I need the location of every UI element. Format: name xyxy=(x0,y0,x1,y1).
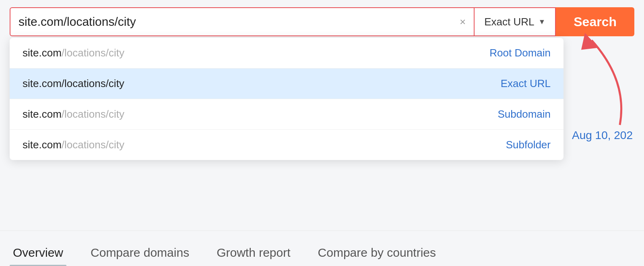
tab-growth-report[interactable]: Growth report xyxy=(213,246,293,266)
clear-icon[interactable]: × xyxy=(460,16,466,28)
url-type-selector[interactable]: Exact URL ▼ xyxy=(475,7,556,36)
tab-compare-domains[interactable]: Compare domains xyxy=(87,246,192,266)
dropdown-item-url: site.com/locations/city xyxy=(23,47,124,59)
search-button[interactable]: Search xyxy=(556,7,634,36)
site-gray-text-fold: /locations/city xyxy=(62,139,124,151)
url-type-dropdown: site.com/locations/city Root Domain site… xyxy=(10,38,564,160)
site-black-text: site.com xyxy=(23,47,62,59)
dropdown-item-subfolder[interactable]: site.com/locations/city Subfolder xyxy=(10,130,564,160)
type-label-exact-url: Exact URL xyxy=(501,77,551,90)
site-black-text-fold: site.com xyxy=(23,139,62,151)
site-black-text-exact: site.com/locations/city xyxy=(23,77,124,89)
date-text: Aug 10, 202 xyxy=(572,129,633,142)
search-input-wrapper: × xyxy=(10,7,475,36)
type-label-subdomain: Subdomain xyxy=(497,108,551,121)
site-gray-text-sub: /locations/city xyxy=(62,108,124,120)
site-black-text-sub: site.com xyxy=(23,108,62,120)
chevron-down-icon: ▼ xyxy=(538,18,545,26)
dropdown-item-url-subdomain: site.com/locations/city xyxy=(23,108,124,121)
site-gray-text: /locations/city xyxy=(62,47,124,59)
type-label-subfolder: Subfolder xyxy=(506,139,551,151)
tab-compare-by-countries[interactable]: Compare by countries xyxy=(315,246,439,266)
dropdown-item-url-exact: site.com/locations/city xyxy=(23,77,124,90)
dropdown-item-subdomain[interactable]: site.com/locations/city Subdomain xyxy=(10,99,564,130)
arrow-to-search-button xyxy=(559,32,632,129)
type-label-root-domain: Root Domain xyxy=(489,47,551,59)
bottom-tabs: Overview Compare domains Growth report C… xyxy=(0,231,644,266)
search-input[interactable] xyxy=(19,15,455,29)
dropdown-item-root-domain[interactable]: site.com/locations/city Root Domain xyxy=(10,38,564,69)
url-type-label: Exact URL xyxy=(484,16,534,28)
search-bar: × Exact URL ▼ Search xyxy=(0,0,644,44)
dropdown-item-exact-url[interactable]: site.com/locations/city Exact URL xyxy=(10,69,564,99)
dropdown-item-url-subfolder: site.com/locations/city xyxy=(23,139,124,151)
tab-overview[interactable]: Overview xyxy=(10,246,66,266)
